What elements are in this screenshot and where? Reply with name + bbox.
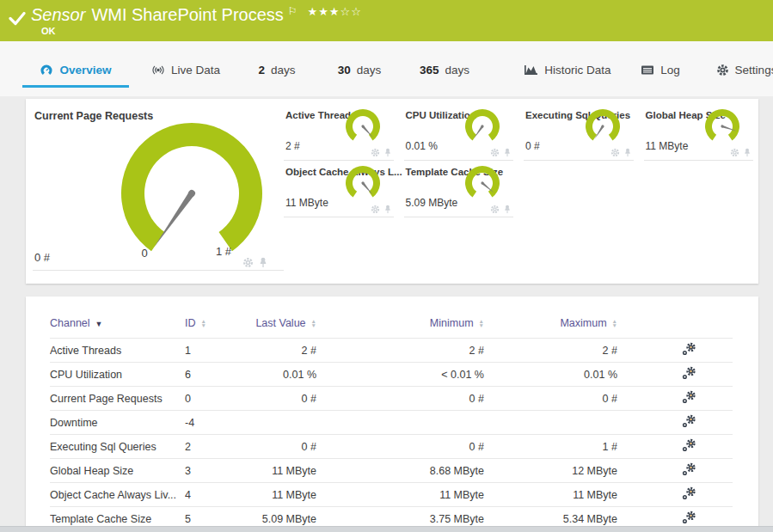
cell-id: 0	[185, 387, 252, 411]
pin-gauge-icon[interactable]	[383, 205, 392, 214]
table-row[interactable]: CPU Utilization 6 0.01 % < 0.01 % 0.01 %	[50, 363, 733, 387]
cell-last-value: 0 #	[252, 435, 316, 459]
cell-channel[interactable]: Object Cache Always Liv...	[50, 483, 185, 507]
tab-log[interactable]: Log	[635, 54, 686, 85]
cell-minimum: 0 #	[316, 435, 484, 459]
cell-id: 6	[185, 363, 252, 387]
cell-last-value	[252, 411, 316, 435]
pin-gauge-icon[interactable]	[503, 205, 512, 214]
column-header-maximum[interactable]: Maximum▲▼	[484, 309, 617, 339]
live-broadcast-icon	[151, 64, 165, 76]
column-header-minimum[interactable]: Minimum▲▼	[316, 309, 484, 339]
tab-2-days[interactable]: 2 days	[251, 54, 303, 85]
cell-maximum: 11 MByte	[484, 483, 617, 507]
mini-gauge-needle	[593, 125, 604, 140]
channel-settings-gear-icon[interactable]	[682, 438, 696, 455]
mini-gauge-value: 2 #	[285, 140, 300, 152]
tab-number: 30	[338, 64, 351, 76]
cell-channel[interactable]: Current Page Requests	[50, 387, 185, 411]
gauge-scale-max: 1 #	[208, 245, 239, 258]
mini-gauges-grid: Active Threads 2 # CPU Utilization	[284, 104, 753, 217]
tab-label: Live Data	[171, 64, 220, 76]
cell-id: 4	[185, 483, 252, 507]
cell-last-value: 0.01 %	[252, 363, 316, 387]
mini-gauge-panel: Executing Sql Queries 0 #	[524, 104, 634, 161]
table-row[interactable]: Active Threads 1 2 # 2 # 2 #	[50, 339, 733, 363]
cell-id: 3	[185, 459, 252, 483]
tab-30-days[interactable]: 30 days	[330, 54, 389, 85]
pin-gauge-icon[interactable]	[623, 148, 632, 157]
tab-settings[interactable]: Settings	[710, 54, 773, 85]
cell-id: -4	[185, 411, 252, 435]
sort-icon: ▲▼	[479, 320, 484, 327]
gauge-settings-gear-icon[interactable]	[371, 148, 380, 157]
mini-gauge-dial	[342, 165, 383, 203]
gauge-settings-gear-icon[interactable]	[242, 257, 254, 268]
object-kind-label: Sensor	[31, 5, 85, 24]
tab-overview[interactable]: Overview	[22, 54, 129, 88]
channel-settings-gear-icon[interactable]	[682, 511, 696, 527]
channel-settings-gear-icon[interactable]	[682, 366, 696, 382]
cell-minimum: 11 MByte	[316, 483, 484, 507]
tab-label: days	[445, 64, 470, 76]
column-header-channel[interactable]: Channel▼	[50, 309, 185, 339]
cell-channel[interactable]: Global Heap Size	[50, 459, 185, 483]
table-row[interactable]: Global Heap Size 3 11 MByte 8.68 MByte 1…	[50, 459, 733, 483]
tab-365-days[interactable]: 365 days	[411, 54, 478, 85]
mini-gauge-value: 0.01 %	[406, 140, 438, 152]
channel-settings-gear-icon[interactable]	[682, 342, 696, 358]
mini-gauge-panel: CPU Utilization 0.01 %	[404, 104, 514, 161]
cell-channel[interactable]: Active Threads	[50, 339, 185, 363]
channel-settings-gear-icon[interactable]	[682, 414, 696, 431]
log-list-icon	[641, 64, 654, 76]
flag-icon[interactable]: ⚐	[288, 5, 298, 17]
pin-gauge-icon[interactable]	[503, 148, 512, 157]
mini-gauge-value: 11 MByte	[285, 197, 328, 209]
mini-gauge-value: 11 MByte	[646, 140, 689, 152]
tab-label: Log	[660, 64, 680, 76]
table-row[interactable]: Object Cache Always Liv... 4 11 MByte 11…	[50, 483, 733, 507]
cell-id: 2	[185, 435, 252, 459]
cell-channel[interactable]: Downtime	[50, 411, 185, 435]
pin-gauge-icon[interactable]	[258, 257, 268, 268]
gauge-settings-gear-icon[interactable]	[610, 148, 620, 157]
channel-table-panel: Channel▼ ID▲▼ Last Value▲▼ Minimum▲▼ Max…	[26, 297, 758, 526]
pin-gauge-icon[interactable]	[383, 148, 392, 157]
cell-channel[interactable]: CPU Utilization	[50, 363, 185, 387]
footer-strip	[0, 526, 773, 532]
cell-last-value: 0 #	[252, 387, 316, 411]
status-badge: OK	[41, 26, 56, 36]
tab-historic-data[interactable]: Historic Data	[521, 54, 614, 85]
table-row[interactable]: Downtime -4	[50, 411, 733, 435]
channel-settings-gear-icon[interactable]	[682, 486, 696, 503]
check-icon	[9, 11, 26, 29]
tab-label: days	[271, 64, 296, 76]
channel-settings-gear-icon[interactable]	[682, 462, 696, 479]
table-row[interactable]: Current Page Requests 0 0 # 0 # 0 #	[50, 387, 733, 411]
mini-gauge-dial	[342, 108, 383, 146]
cell-maximum: 12 MByte	[484, 459, 617, 483]
tab-label: Overview	[59, 64, 111, 76]
column-header-last-value[interactable]: Last Value▲▼	[252, 309, 316, 339]
gauge-settings-gear-icon[interactable]	[730, 148, 739, 157]
pin-gauge-icon[interactable]	[743, 148, 752, 157]
channel-settings-gear-icon[interactable]	[682, 390, 696, 407]
cell-last-value: 2 #	[252, 339, 316, 363]
divider	[33, 270, 284, 271]
gauge-settings-gear-icon[interactable]	[490, 148, 500, 157]
area-chart-icon	[524, 64, 538, 76]
channel-table: Channel▼ ID▲▼ Last Value▲▼ Minimum▲▼ Max…	[50, 309, 733, 531]
cell-maximum: 0.01 %	[484, 363, 617, 387]
cell-minimum: 8.68 MByte	[316, 459, 484, 483]
gauge-settings-gear-icon[interactable]	[490, 205, 500, 214]
tab-label: days	[357, 64, 382, 76]
column-header-id[interactable]: ID▲▼	[185, 309, 252, 339]
gauge-settings-gear-icon[interactable]	[371, 205, 380, 214]
priority-stars[interactable]: ★★★☆☆	[308, 5, 362, 18]
mini-gauge-panel: Template Cache Size 5.09 MByte	[404, 161, 514, 217]
table-row[interactable]: Executing Sql Queries 2 0 # 0 # 1 #	[50, 435, 733, 459]
gauge-dial	[116, 119, 267, 259]
tab-live-data[interactable]: Live Data	[144, 54, 227, 85]
mini-gauge-dial	[702, 108, 743, 146]
cell-channel[interactable]: Executing Sql Queries	[50, 435, 185, 459]
